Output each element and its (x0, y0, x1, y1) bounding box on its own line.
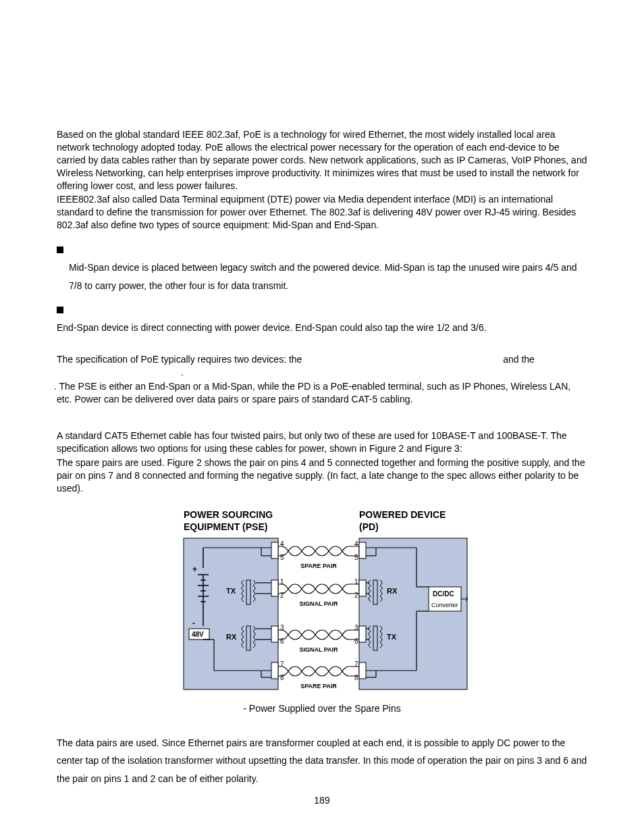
conn-l-78 (271, 662, 278, 679)
dcdc-label: DC/DC (433, 590, 454, 598)
poe-diagram-svg: POWER SOURCING EQUIPMENT (PSE) POWERED D… (173, 507, 471, 696)
conn-r-45 (359, 542, 366, 558)
pin-l6: 6 (280, 637, 284, 645)
spare-pair-label-2: SPARE PAIR (300, 683, 337, 689)
pin-r7: 7 (354, 660, 358, 668)
converter-label: Converter (431, 602, 458, 608)
fig-title-pd: POWERED DEVICE (359, 509, 446, 520)
pse-box (184, 538, 278, 689)
cat5-para-b: The spare pairs are used. Figure 2 shows… (57, 457, 587, 495)
pin-l4: 4 (280, 540, 284, 548)
bullet-end-span-text: End-Span device is direct connecting wit… (57, 319, 587, 337)
figure-spare-pins: POWER SOURCING EQUIPMENT (PSE) POWERED D… (57, 507, 587, 715)
page: Based on the global standard IEEE 802.3a… (0, 0, 644, 834)
conn-r-78 (359, 662, 366, 679)
conn-l-36 (271, 626, 278, 642)
conn-r-12 (359, 580, 366, 596)
battery-plus: + (192, 565, 197, 574)
intro-paragraphs: Based on the global standard IEEE 802.3a… (57, 128, 587, 232)
pin-r8: 8 (354, 674, 358, 681)
pd-rx-label: RX (387, 587, 398, 595)
square-bullet-icon (57, 246, 63, 253)
data-pairs-paragraph: The data pairs are used. Since Ethernet … (57, 734, 587, 788)
spec-line: The specification of PoE typically requi… (57, 353, 587, 379)
cat5-paragraphs: A standard CAT5 Ethernet cable has four … (57, 429, 587, 494)
intro-para-2: IEEE802.3af also called Data Terminal eq… (57, 193, 587, 232)
bullet-mid-span-text: Mid-Span device is placed between legacy… (69, 259, 587, 294)
pin-r4: 4 (354, 540, 358, 548)
signal-pair-label-1: SIGNAL PAIR (299, 600, 338, 607)
fig-title-pd2: (PD) (359, 521, 379, 532)
conn-r-36 (359, 626, 366, 642)
pin-r5: 5 (354, 554, 358, 561)
spec-mid: and the (503, 354, 535, 365)
battery-minus: - (192, 619, 195, 628)
pin-l8: 8 (280, 674, 284, 681)
pin-r2: 2 (354, 592, 358, 599)
conn-l-45 (271, 542, 278, 558)
intro-para-1: Based on the global standard IEEE 802.3a… (57, 128, 587, 192)
pin-l5: 5 (280, 554, 284, 561)
pd-box (359, 538, 467, 689)
cat5-para-a: A standard CAT5 Ethernet cable has four … (57, 429, 587, 455)
figure-caption: - Power Supplied over the Spare Pins (57, 702, 587, 715)
v48-label: 48V (192, 631, 204, 638)
pse-tx-label: TX (226, 587, 236, 595)
spare-pair-label-1: SPARE PAIR (300, 563, 337, 569)
pin-r3: 3 (354, 624, 358, 631)
pin-l1: 1 (280, 578, 284, 585)
pd-tx-label: TX (387, 633, 397, 641)
conn-l-12 (271, 580, 278, 596)
spec-paragraph: The specification of PoE typically requi… (57, 353, 587, 406)
pin-l7: 7 (280, 660, 284, 668)
signal-pair-label-2: SIGNAL PAIR (299, 646, 338, 653)
fig-title-pse2: EQUIPMENT (PSE) (184, 521, 267, 532)
spec-post: . The PSE is either an End-Span or a Mid… (57, 380, 587, 406)
fig-title-pse: POWER SOURCING (184, 509, 273, 520)
pin-r6: 6 (354, 637, 358, 645)
bullet-end-span (57, 304, 587, 313)
pin-l3: 3 (280, 624, 284, 631)
spec-pre: The specification of PoE typically requi… (57, 354, 304, 365)
pse-rx-label: RX (226, 633, 237, 641)
page-number: 189 (0, 794, 644, 807)
pin-r1: 1 (354, 578, 358, 585)
spec-post-a: . (181, 367, 184, 377)
pin-l2: 2 (280, 592, 284, 599)
bullet-mid-span (57, 244, 587, 253)
square-bullet-icon (57, 307, 63, 313)
